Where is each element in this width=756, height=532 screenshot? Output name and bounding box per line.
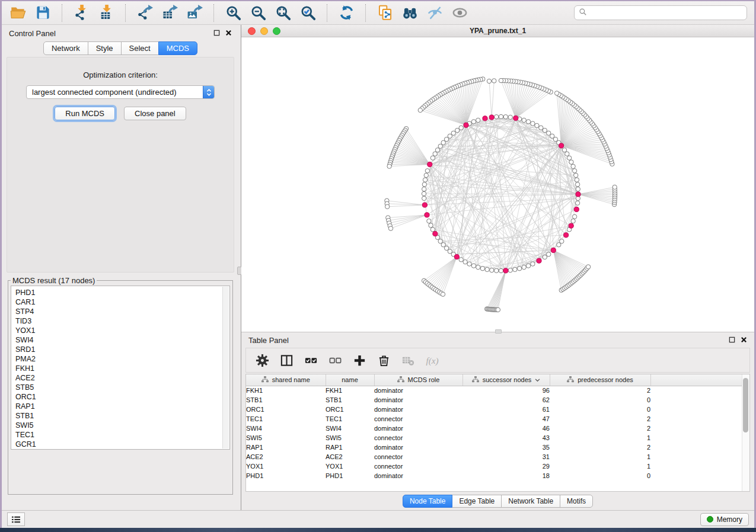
table-cell[interactable]: RAP1 [326, 443, 374, 452]
column-header[interactable]: successor nodes [462, 374, 550, 386]
mcds-result-item[interactable]: STB5 [15, 383, 221, 392]
close-panel-icon[interactable] [225, 29, 232, 38]
table-cell[interactable]: STB1 [326, 395, 374, 405]
table-cell[interactable]: 0 [550, 395, 650, 405]
function-builder-icon[interactable]: f(x) [425, 353, 439, 367]
table-cell[interactable]: STB1 [246, 395, 326, 405]
export-network-icon[interactable] [136, 4, 154, 22]
tab-network-table[interactable]: Network Table [501, 495, 560, 508]
float-panel-icon[interactable] [213, 29, 220, 38]
mcds-result-list[interactable]: PHD1CAR1STP4TID3YOX1SWI4SRD1PMA2FKH1ACE2… [11, 286, 230, 450]
mcds-result-item[interactable]: STP4 [15, 307, 221, 316]
table-cell[interactable]: connector [374, 433, 462, 443]
table-row[interactable]: SWI5SWI5connector431 [246, 433, 742, 443]
tab-network[interactable]: Network [43, 41, 88, 55]
mcds-result-item[interactable]: GCR1 [15, 440, 221, 449]
table-cell[interactable]: dominator [374, 471, 462, 480]
table-cell[interactable]: dominator [374, 405, 462, 414]
close-panel-button[interactable]: Close panel [124, 107, 186, 120]
column-header[interactable]: name [326, 374, 374, 386]
criterion-dropdown[interactable]: largest connected component (undirected) [26, 85, 215, 99]
table-cell[interactable]: SWI5 [326, 433, 374, 443]
table-cell[interactable]: 35 [462, 443, 550, 452]
table-cell[interactable]: ACE2 [246, 452, 326, 462]
table-scrollbar-thumb[interactable] [743, 378, 748, 432]
column-header[interactable]: MCDS role [374, 374, 462, 386]
table-cell[interactable]: connector [374, 414, 462, 424]
mcds-result-item[interactable]: ACE2 [15, 373, 221, 383]
table-cell[interactable]: YOX1 [326, 462, 374, 471]
table-cell[interactable]: 47 [462, 414, 550, 424]
mcds-result-item[interactable]: SRD1 [15, 345, 221, 354]
tab-motifs[interactable]: Motifs [560, 495, 593, 508]
table-cell[interactable]: 43 [462, 433, 550, 443]
mcds-result-item[interactable]: CAR1 [15, 297, 221, 307]
node-table[interactable]: shared namenameMCDS rolesuccessor nodesp… [246, 374, 742, 480]
table-cell[interactable]: 46 [462, 424, 550, 433]
table-row[interactable]: STB1STB1dominator620 [246, 395, 742, 405]
table-cell[interactable]: 2 [550, 424, 650, 433]
open-file-icon[interactable] [9, 4, 27, 22]
table-cell[interactable]: YOX1 [246, 462, 326, 471]
mcds-result-item[interactable]: PMA2 [15, 354, 221, 364]
mcds-result-item[interactable]: TID3 [15, 316, 221, 326]
table-cell[interactable]: ACE2 [326, 452, 374, 462]
mcds-result-item[interactable]: RAP1 [15, 402, 221, 411]
table-cell[interactable]: dominator [374, 424, 462, 433]
show-all-icon[interactable] [451, 4, 468, 22]
table-cell[interactable]: SWI5 [246, 433, 326, 443]
table-cell[interactable]: 2 [550, 443, 650, 452]
table-cell[interactable]: dominator [374, 395, 462, 405]
deselect-all-icon[interactable] [328, 353, 342, 367]
import-network-icon[interactable] [72, 4, 90, 22]
mcds-result-item[interactable]: STB1 [15, 411, 221, 421]
table-cell[interactable]: 1 [550, 452, 650, 462]
table-row[interactable]: TEC1TEC1connector472 [246, 414, 742, 424]
minimize-window-icon[interactable] [260, 27, 268, 35]
sort-chevron-icon[interactable] [535, 376, 540, 383]
refresh-layout-icon[interactable] [337, 4, 355, 22]
table-row[interactable]: ACE2ACE2connector311 [246, 452, 742, 462]
table-cell[interactable]: FKH1 [326, 386, 374, 395]
search-box[interactable] [574, 5, 747, 20]
close-table-panel-icon[interactable] [741, 336, 747, 345]
copy-network-icon[interactable] [376, 4, 394, 22]
mcds-result-item[interactable]: FKH1 [15, 364, 221, 373]
table-cell[interactable]: 61 [462, 405, 550, 414]
table-cell[interactable]: dominator [374, 386, 462, 395]
tab-edge-table[interactable]: Edge Table [452, 495, 502, 508]
table-row[interactable]: YOX1YOX1connector291 [246, 462, 742, 471]
mcds-list-scrollbar[interactable] [222, 287, 229, 448]
settings-gear-icon[interactable] [255, 353, 269, 367]
table-cell[interactable]: connector [374, 462, 462, 471]
table-cell[interactable]: 18 [462, 471, 550, 480]
export-table-icon[interactable] [161, 4, 178, 22]
table-cell[interactable]: 2 [550, 386, 650, 395]
tab-style[interactable]: Style [88, 41, 122, 55]
table-cell[interactable]: connector [374, 452, 462, 462]
tab-select[interactable]: Select [121, 41, 159, 55]
table-cell[interactable]: ORC1 [246, 405, 326, 414]
table-row[interactable]: SWI4SWI4dominator462 [246, 424, 742, 433]
table-cell[interactable]: dominator [374, 443, 462, 452]
maximize-window-icon[interactable] [273, 27, 280, 35]
memory-button[interactable]: Memory [700, 513, 749, 526]
table-row[interactable]: RAP1RAP1dominator352 [246, 443, 742, 452]
search-input[interactable] [590, 8, 742, 18]
mcds-result-item[interactable]: SWI5 [15, 421, 221, 430]
toggle-column-icon[interactable] [279, 353, 294, 367]
mcds-result-item[interactable]: ORC1 [15, 392, 221, 402]
table-cell[interactable]: 29 [462, 462, 550, 471]
save-session-icon[interactable] [34, 4, 52, 22]
tab-mcds[interactable]: MCDS [158, 41, 197, 55]
horizontal-splitter-grip[interactable] [495, 329, 502, 334]
table-cell[interactable]: ORC1 [326, 405, 374, 414]
zoom-fit-icon[interactable] [274, 4, 292, 22]
select-all-icon[interactable] [304, 353, 318, 367]
float-table-panel-icon[interactable] [729, 336, 735, 345]
zoom-in-icon[interactable] [224, 4, 242, 22]
table-scrollbar[interactable] [742, 374, 749, 491]
mcds-result-item[interactable]: PHD1 [15, 288, 221, 297]
table-cell[interactable]: 62 [462, 395, 550, 405]
table-cell[interactable]: 1 [550, 433, 650, 443]
